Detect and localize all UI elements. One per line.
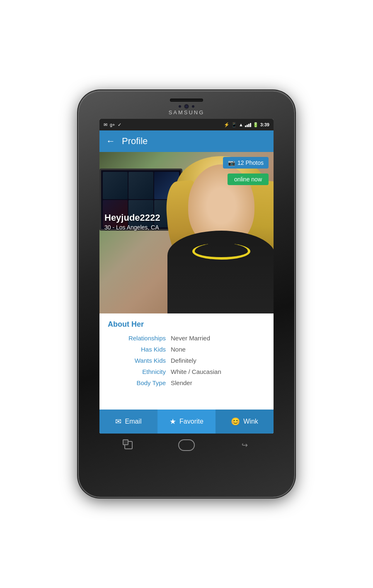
nav-back[interactable]: ↩ xyxy=(236,437,253,453)
wink-label: Wink xyxy=(243,418,258,425)
wink-button[interactable]: 😊 Wink xyxy=(216,410,274,434)
check-icon: ✓ xyxy=(118,122,121,128)
ethnicity-value: White / Caucasian xyxy=(171,368,221,375)
star-icon: ★ xyxy=(170,417,176,426)
phone-icon: 📱 xyxy=(231,122,237,128)
signal-bar-2 xyxy=(247,125,248,127)
username: Heyjude2222 xyxy=(104,212,160,223)
phone-camera xyxy=(184,104,189,108)
phone-bottom-nav: ↩ xyxy=(99,434,274,458)
phone-sensor-2 xyxy=(192,105,194,108)
recent-apps-icon xyxy=(124,441,133,449)
nav-recent-apps[interactable] xyxy=(120,437,137,453)
user-name-overlay: Heyjude2222 30 - Los Angeles, CA xyxy=(104,212,160,231)
phone-top-sensors xyxy=(179,104,194,108)
relationships-value: Never Married xyxy=(171,335,210,342)
necklace xyxy=(192,243,250,260)
phone-sensor xyxy=(179,105,181,108)
clock: 3:39 xyxy=(260,122,269,127)
status-bar: ✉ g+ ✓ ⚡ 📱 ▲ 🔋 3:39 xyxy=(99,119,274,130)
photos-badge[interactable]: 📷 12 Photos xyxy=(223,157,269,169)
about-section: About Her Relationships Never Married Ha… xyxy=(99,313,274,410)
action-bar: ✉ Email ★ Favorite 😊 Wink xyxy=(99,410,274,434)
phone-device: SAMSUNG ✉ g+ ✓ ⚡ 📱 ▲ 🔋 3:39 xyxy=(79,91,294,497)
has-kids-label: Has Kids xyxy=(108,346,166,353)
favorite-label: Favorite xyxy=(179,418,203,425)
monitor-cell xyxy=(128,172,153,199)
signal-bars xyxy=(245,122,251,127)
bluetooth-icon: ⚡ xyxy=(224,122,230,128)
nav-home[interactable] xyxy=(178,437,195,453)
photos-count: 12 Photos xyxy=(237,159,264,166)
status-right: ⚡ 📱 ▲ 🔋 3:39 xyxy=(224,122,269,128)
profile-photo-area: Heyjude2222 30 - Los Angeles, CA 📷 12 Ph… xyxy=(99,152,274,313)
wants-kids-value: Definitely xyxy=(171,357,196,364)
body-type-row: Body Type Slender xyxy=(108,379,265,386)
signal-bar-4 xyxy=(250,123,251,127)
wants-kids-label: Wants Kids xyxy=(108,357,166,364)
page-title: Profile xyxy=(122,136,148,147)
user-location: 30 - Los Angeles, CA xyxy=(104,224,160,231)
wifi-icon: ▲ xyxy=(239,122,243,127)
phone-screen: ✉ g+ ✓ ⚡ 📱 ▲ 🔋 3:39 ← Profile xyxy=(99,119,274,434)
ethnicity-label: Ethnicity xyxy=(108,368,166,375)
favorite-button[interactable]: ★ Favorite xyxy=(157,410,216,434)
relationships-label: Relationships xyxy=(108,335,166,342)
camera-icon: 📷 xyxy=(228,159,235,166)
google-plus-icon: g+ xyxy=(110,122,115,127)
about-title: About Her xyxy=(108,320,265,329)
body-type-label: Body Type xyxy=(108,379,166,386)
has-kids-row: Has Kids None xyxy=(108,346,265,353)
battery-icon: 🔋 xyxy=(253,122,259,128)
online-badge: online now xyxy=(228,174,269,185)
online-label: online now xyxy=(234,176,262,183)
relationships-row: Relationships Never Married xyxy=(108,335,265,342)
home-icon xyxy=(178,439,195,451)
status-notifications: ✉ g+ ✓ xyxy=(104,122,121,128)
phone-brand: SAMSUNG xyxy=(169,109,205,116)
email-button[interactable]: ✉ Email xyxy=(99,410,157,434)
back-button[interactable]: ← xyxy=(106,136,115,147)
body-type-value: Slender xyxy=(171,379,192,386)
ethnicity-row: Ethnicity White / Caucasian xyxy=(108,368,265,375)
email-label: Email xyxy=(125,418,141,425)
phone-speaker xyxy=(170,99,203,102)
app-bar: ← Profile xyxy=(99,130,274,152)
wink-icon: 😊 xyxy=(231,417,240,426)
signal-bar-3 xyxy=(248,124,249,127)
has-kids-value: None xyxy=(171,346,186,353)
monitor-cell xyxy=(103,172,128,199)
wants-kids-row: Wants Kids Definitely xyxy=(108,357,265,364)
email-icon: ✉ xyxy=(115,417,121,426)
back-nav-icon: ↩ xyxy=(242,441,248,450)
signal-bar-1 xyxy=(245,125,246,127)
mail-icon: ✉ xyxy=(104,122,107,128)
